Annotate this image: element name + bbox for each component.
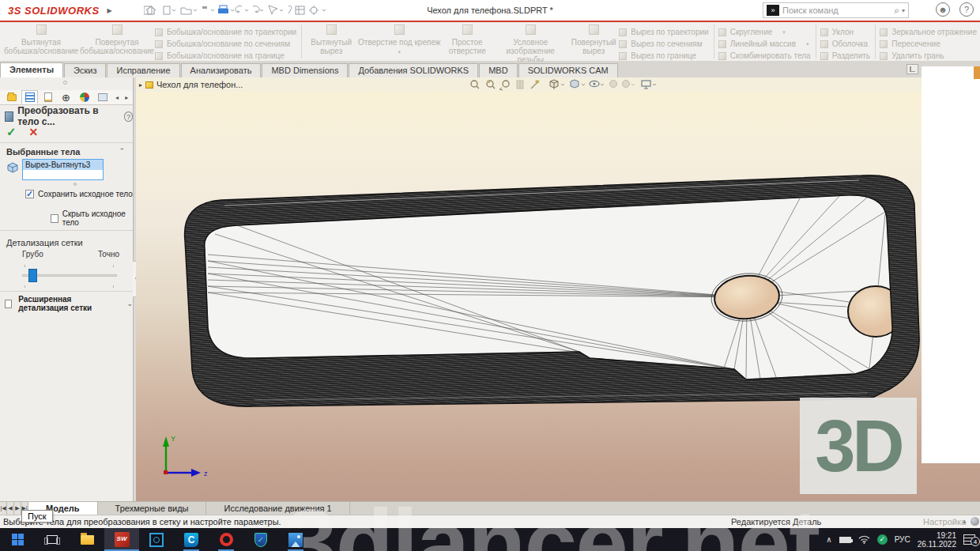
search-dropdown-icon[interactable]: ▾: [902, 7, 908, 14]
new-document-icon[interactable]: [164, 6, 175, 14]
language-indicator[interactable]: РУС: [895, 535, 910, 544]
logo-flyout-arrow[interactable]: ▶: [107, 7, 112, 14]
file-explorer-button[interactable]: [70, 528, 104, 551]
tab-repair[interactable]: Исправление: [107, 63, 179, 77]
display-manager-tab[interactable]: [76, 90, 92, 104]
command-search[interactable]: » Поиск команд ⌕ ▾: [763, 2, 909, 18]
mirror-button[interactable]: Зеркальное отражение: [880, 26, 977, 38]
lofted-boss-button[interactable]: Бобышка/основание по сечениям: [155, 38, 296, 50]
property-help-icon[interactable]: ?: [124, 111, 133, 122]
opera-button[interactable]: [209, 528, 243, 551]
hole-wizard-button[interactable]: Отверстие под крепеж▾: [356, 24, 442, 56]
search-icon[interactable]: ⌕: [891, 5, 902, 16]
simple-hole-button[interactable]: Простое отверстие: [442, 24, 492, 55]
section-view-icon[interactable]: [517, 81, 523, 89]
advanced-mesh-checkbox[interactable]: [5, 300, 12, 308]
configuration-tab[interactable]: [40, 90, 56, 104]
heads-up-toolbar[interactable]: [468, 78, 665, 91]
mesh-detail-slider-handle[interactable]: [28, 269, 37, 282]
view-orientation-icon[interactable]: [550, 80, 564, 89]
dimxpert-tab[interactable]: ⊕: [58, 90, 74, 104]
linear-pattern-button[interactable]: Линейный массив▾: [718, 38, 811, 50]
zoom-fit-icon[interactable]: [471, 81, 479, 89]
cosmetic-thread-button[interactable]: Условное изображение резьбы: [492, 24, 568, 64]
shell-button[interactable]: Оболочка: [820, 38, 870, 50]
tray-expand-icon[interactable]: ∧: [826, 535, 831, 544]
cyberlink-button[interactable]: C: [174, 528, 209, 551]
start-button[interactable]: [0, 528, 35, 551]
undo-icon[interactable]: [236, 6, 248, 13]
options-gear-icon[interactable]: [309, 6, 326, 15]
delete-face-button[interactable]: Удалить грань: [880, 50, 977, 62]
revolved-boss-button[interactable]: Повернутая бобышка/основание: [79, 24, 155, 55]
boundary-cut-button[interactable]: Вырез по границе: [619, 50, 708, 62]
draft-button[interactable]: Уклон: [820, 26, 870, 38]
extruded-cut-button[interactable]: Вытянутый вырез: [306, 24, 356, 55]
print-icon[interactable]: [218, 6, 234, 13]
tab-scroll-arrows[interactable]: ◂ ▸: [115, 94, 130, 101]
solidworks-logo[interactable]: 3S SOLIDWORKS ▶: [0, 5, 120, 17]
cam-manager-tab[interactable]: [94, 90, 111, 104]
fillet-button[interactable]: Скругление▾: [718, 26, 811, 38]
redo-icon[interactable]: [253, 6, 263, 13]
listbox-resize-grip[interactable]: [74, 183, 77, 186]
split-button[interactable]: Разделить: [820, 50, 870, 62]
swept-cut-button[interactable]: Вырез по траектории: [619, 26, 708, 38]
previous-view-icon[interactable]: [499, 81, 509, 90]
lofted-cut-button[interactable]: Вырез по сечениям: [619, 38, 708, 50]
notification-center-icon[interactable]: 4: [963, 534, 975, 545]
account-icon[interactable]: ☻: [936, 2, 950, 17]
hide-show-items-icon[interactable]: [590, 81, 604, 86]
combine-bodies-button[interactable]: Скомбинировать тела: [718, 50, 811, 62]
open-icon[interactable]: [181, 8, 197, 14]
attachment-icon[interactable]: [288, 6, 292, 13]
cancel-button[interactable]: ✕: [29, 126, 39, 138]
edit-appearance-icon[interactable]: [610, 81, 617, 88]
keep-body-checkbox[interactable]: [25, 190, 34, 198]
task-view-button[interactable]: [35, 528, 70, 551]
pin-ribbon-icon[interactable]: [906, 64, 918, 74]
clock[interactable]: 19:21 26.11.2022: [918, 531, 956, 549]
customize-caret-icon[interactable]: ▴: [963, 517, 967, 525]
zoom-area-icon[interactable]: [487, 81, 495, 89]
help-icon[interactable]: ?: [959, 2, 974, 17]
tab-mbd-dimensions[interactable]: MBD Dimensions: [262, 63, 348, 77]
screen-capture-button[interactable]: [139, 528, 174, 551]
selected-bodies-listbox[interactable]: Вырез-Вытянуть3: [22, 159, 104, 180]
view-settings-icon[interactable]: [642, 81, 656, 89]
tab-nav-first-icon[interactable]: |◀: [0, 502, 7, 515]
selected-body-item[interactable]: Вырез-Вытянуть3: [23, 160, 103, 170]
security-check-icon[interactable]: ✓: [877, 534, 888, 545]
panel-resize-grip[interactable]: [63, 81, 67, 85]
collapse-group-icon[interactable]: ⌃: [119, 147, 125, 155]
sketch-visibility-icon[interactable]: [531, 80, 539, 89]
battery-icon[interactable]: [839, 537, 851, 543]
tab-sketch[interactable]: Эскиз: [64, 63, 106, 77]
tab-addins[interactable]: Добавления SOLIDWORKS: [349, 63, 478, 77]
select-cursor-icon[interactable]: [269, 6, 283, 14]
revolved-cut-button[interactable]: Повернутый вырез: [568, 24, 619, 55]
tab-mbd[interactable]: MBD: [479, 63, 517, 77]
wifi-icon[interactable]: [858, 535, 870, 544]
advanced-expand-icon[interactable]: ⌄: [126, 300, 133, 308]
hole-wizard-dropdown-icon[interactable]: ▾: [398, 49, 401, 55]
home-icon[interactable]: [146, 6, 156, 14]
quick-access-toolbar[interactable]: [144, 3, 405, 17]
tab-nav-next-icon[interactable]: ▶: [14, 502, 21, 515]
tab-3d-views[interactable]: Трехмерные виды: [98, 502, 207, 515]
tab-cam[interactable]: SOLIDWORKS CAM: [518, 63, 618, 77]
property-manager-tab[interactable]: [21, 90, 38, 104]
tab-features[interactable]: Элементы: [0, 62, 63, 77]
antivirus-button[interactable]: ✓: [243, 528, 278, 551]
boundary-boss-button[interactable]: Бобышка/основание на границе: [155, 50, 296, 62]
document-tab[interactable]: Чехол для телефон...: [156, 80, 243, 89]
hide-body-checkbox[interactable]: [51, 214, 58, 223]
fillet-dropdown-icon[interactable]: ▾: [782, 29, 786, 36]
feature-tree-tab[interactable]: [3, 90, 20, 104]
customize-label[interactable]: Настройка: [923, 517, 966, 526]
tab-nav-prev-icon[interactable]: ◀: [7, 502, 14, 515]
extruded-boss-button[interactable]: Вытянутая бобышка/основание: [3, 24, 79, 55]
swept-boss-button[interactable]: Бобышка/основание по траектории: [155, 26, 296, 38]
solidworks-taskbar-button[interactable]: SW: [104, 528, 139, 551]
doc-tab-expand-icon[interactable]: ▸: [136, 81, 145, 89]
